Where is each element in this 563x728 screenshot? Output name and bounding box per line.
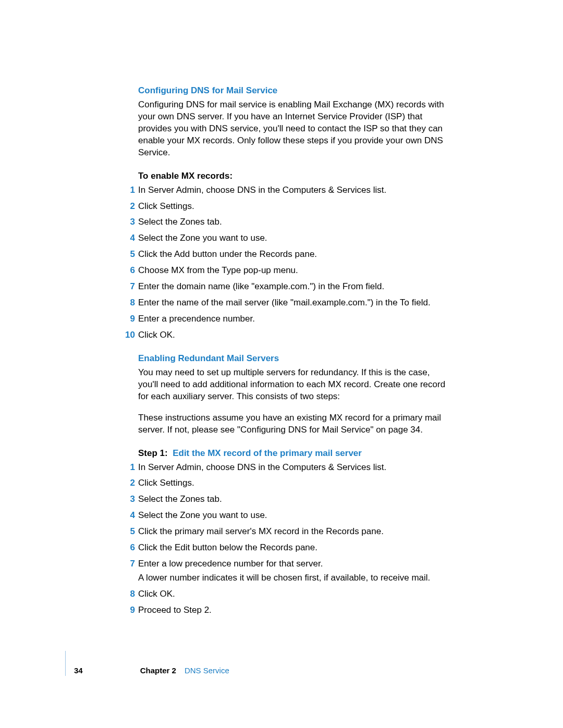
list-item: 2Click Settings. [138,201,446,213]
step-number: 6 [121,542,135,554]
list-item: 9Enter a precendence number. [138,313,446,325]
step-text: Select the Zones tab. [138,217,222,227]
chapter-title: DNS Service [185,665,229,676]
list-item: 8Click OK. [138,588,446,600]
step1-heading-line: Step 1: Edit the MX record of the primar… [138,448,446,460]
step-text: Select the Zone you want to use. [138,510,267,520]
step-number: 8 [121,588,135,600]
list-item: 4Select the Zone you want to use. [138,510,446,522]
step-number: 5 [121,526,135,538]
step-number: 1 [121,184,135,196]
step-text: Click Settings. [138,478,194,488]
step-text: In Server Admin, choose DNS in the Compu… [138,462,386,472]
list-item: 1In Server Admin, choose DNS in the Comp… [138,184,446,196]
paragraph-redundant-2: These instructions assume you have an ex… [138,412,446,436]
step-number: 9 [121,313,135,325]
step-text: In Server Admin, choose DNS in the Compu… [138,185,386,195]
heading-config-dns: Configuring DNS for Mail Service [138,85,446,97]
step-text: Click the Edit button below the Records … [138,542,317,552]
step-text: Click OK. [138,589,175,599]
list-item: 6Choose MX from the Type pop-up menu. [138,265,446,277]
step-text: Select the Zone you want to use. [138,233,267,243]
chapter-label: Chapter 2 [140,665,176,676]
page: Configuring DNS for Mail Service Configu… [0,0,563,728]
step-number: 3 [121,216,135,228]
step-number: 5 [121,249,135,261]
content-column: Configuring DNS for Mail Service Configu… [138,85,446,628]
step-number: 4 [121,232,135,244]
step-text: Enter a precendence number. [138,314,255,324]
step-number: 7 [121,281,135,293]
list-item: 2Click Settings. [138,477,446,489]
paragraph-redundant-1: You may need to set up multiple servers … [138,367,446,403]
paragraph-config-dns: Configuring DNS for mail service is enab… [138,99,446,159]
list-item: 5Click the primary mail server's MX reco… [138,526,446,538]
step-text: Click the primary mail server's MX recor… [138,526,384,536]
step-text: Click OK. [138,330,175,340]
list-item: 3Select the Zones tab. [138,216,446,228]
step-number: 9 [121,604,135,616]
step-number: 7 [121,558,135,570]
step-number: 2 [121,201,135,213]
step-text: Click the Add button under the Records p… [138,249,317,259]
step1-label: Step 1: [138,448,168,458]
list-item: 1In Server Admin, choose DNS in the Comp… [138,462,446,474]
step-text: Click Settings. [138,201,194,211]
step-number: 3 [121,493,135,505]
heading-redundant: Enabling Redundant Mail Servers [138,353,446,365]
step-text: Enter a low precedence number for that s… [138,559,323,569]
list-item: 6Click the Edit button below the Records… [138,542,446,554]
step-number: 4 [121,510,135,522]
list-item: 8Enter the name of the mail server (like… [138,297,446,309]
step-text: Choose MX from the Type pop-up menu. [138,265,298,275]
page-number: 34 [74,665,83,676]
step-note: A lower number indicates it will be chos… [138,572,446,584]
step1-heading: Edit the MX record of the primary mail s… [173,448,362,458]
heading-enable-mx: To enable MX records: [138,170,446,182]
list-item: 10Click OK. [138,329,446,341]
list-item: 4Select the Zone you want to use. [138,232,446,244]
list-item: 7Enter a low precedence number for that … [138,558,446,584]
step-number: 1 [121,462,135,474]
step-text: Enter the name of the mail server (like … [138,298,431,307]
list-item: 7Enter the domain name (like "example.co… [138,281,446,293]
step-text: Enter the domain name (like "example.com… [138,281,384,291]
list-item: 5Click the Add button under the Records … [138,249,446,261]
step-number: 6 [121,265,135,277]
page-footer: 34 Chapter 2 DNS Service [65,651,229,676]
step-number: 8 [121,297,135,309]
step1-steps: 1In Server Admin, choose DNS in the Comp… [138,462,446,616]
list-item: 3Select the Zones tab. [138,493,446,505]
step-text: Select the Zones tab. [138,494,222,504]
list-item: 9Proceed to Step 2. [138,604,446,616]
step-number: 10 [121,329,135,341]
step-text: Proceed to Step 2. [138,605,212,615]
step-number: 2 [121,477,135,489]
enable-mx-steps: 1In Server Admin, choose DNS in the Comp… [138,184,446,341]
